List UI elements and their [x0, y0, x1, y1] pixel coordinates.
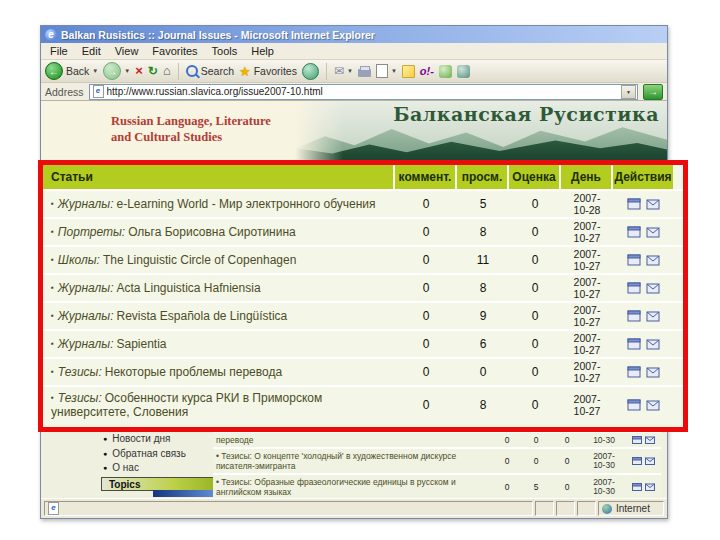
edit-button[interactable]: ▼ [376, 64, 397, 78]
forward-button[interactable]: → ▼ [103, 62, 130, 80]
site-title: Балканская Русистика [393, 103, 659, 125]
email-action-icon[interactable] [646, 254, 660, 266]
views-count: 9 [457, 309, 509, 323]
article-link[interactable]: Ольга Борисовна Сиротинина [128, 225, 296, 239]
open-action-icon[interactable] [627, 198, 641, 210]
address-dropdown-button[interactable]: ▼ [621, 85, 636, 99]
search-button[interactable]: Search [186, 65, 234, 77]
email-action-icon[interactable] [646, 282, 660, 294]
open-action-icon[interactable] [627, 338, 641, 350]
discuss-button[interactable] [402, 65, 415, 78]
stop-button[interactable]: × [135, 64, 143, 78]
forward-icon: → [103, 62, 121, 80]
rating-value: 0 [551, 456, 583, 466]
menu-item-edit[interactable]: Edit [82, 45, 101, 57]
search-icon [186, 65, 198, 77]
email-action-icon[interactable] [646, 399, 660, 411]
article-link[interactable]: Revista Española de Lingüística [116, 309, 287, 323]
email-action-icon[interactable] [646, 310, 660, 322]
actions-cell [613, 366, 673, 378]
menu-item-help[interactable]: Help [251, 45, 274, 57]
back-dropdown-icon: ▼ [92, 68, 98, 74]
edit-icon [376, 64, 388, 78]
email-action-icon[interactable] [646, 338, 660, 350]
open-action-icon[interactable] [627, 399, 641, 411]
status-zone-pane: Internet [598, 501, 664, 516]
sidebar-item-news[interactable]: ● Новости дня [103, 433, 171, 444]
table-row: Тезисы:Некоторые проблемы перевода 0 0 0… [43, 357, 683, 385]
sidebar-item-feedback[interactable]: ● Обратная связь [103, 448, 186, 459]
article-link[interactable]: переводе [213, 435, 493, 445]
menu-item-file[interactable]: File [50, 45, 68, 57]
menu-item-tools[interactable]: Tools [212, 45, 238, 57]
rating-value: 0 [509, 197, 561, 211]
open-action-icon[interactable] [627, 310, 641, 322]
mail-button[interactable]: ✉ ▼ [334, 64, 353, 78]
email-action-icon[interactable] [645, 436, 655, 444]
email-action-icon[interactable] [646, 198, 660, 210]
rating-value: 0 [509, 253, 561, 267]
article-link[interactable]: The Linguistic Circle of Copenhagen [103, 253, 296, 267]
favorites-button[interactable]: ★ Favorites [239, 64, 297, 79]
article-link[interactable]: Некоторые проблемы перевода [105, 365, 282, 379]
sidebar-item-label: О нас [112, 462, 139, 473]
actions-cell [613, 399, 673, 411]
refresh-button[interactable]: ↻ [148, 64, 158, 78]
open-action-icon[interactable] [627, 254, 641, 266]
open-action-icon[interactable] [632, 483, 642, 491]
tagline-line1: Russian Language, Literature [111, 113, 271, 129]
edit-dropdown-icon: ▼ [391, 68, 397, 74]
menu-bar: File Edit View Favorites Tools Help [41, 43, 667, 60]
column-header-rating: Оценка [509, 165, 561, 189]
article-link[interactable]: Sapientia [116, 337, 166, 351]
article-category: Тезисы: [58, 391, 102, 405]
article-link[interactable]: Acta Linguistica Hafniensia [116, 281, 260, 295]
comments-count: 0 [395, 398, 457, 412]
email-action-icon[interactable] [645, 483, 655, 491]
article-link[interactable]: e-Learning World - Мир электронного обуч… [116, 197, 375, 211]
views-count: 0 [457, 365, 509, 379]
actions-cell [613, 198, 673, 210]
open-action-icon[interactable] [627, 282, 641, 294]
actions-cell [613, 310, 673, 322]
print-button[interactable] [358, 69, 371, 77]
actions-cell [613, 226, 673, 238]
email-action-icon[interactable] [646, 226, 660, 238]
status-zone-label: Internet [616, 503, 650, 514]
rating-value: 0 [551, 482, 583, 492]
back-button[interactable]: ← Back ▼ [45, 62, 98, 80]
internet-zone-icon [602, 504, 612, 514]
email-action-icon[interactable] [645, 457, 655, 465]
history-button[interactable] [302, 63, 319, 80]
home-button[interactable]: ⌂ [163, 64, 171, 78]
article-link[interactable]: • Тезисы: О концепте 'холодный' в художе… [213, 451, 493, 471]
messenger-button[interactable] [457, 65, 470, 78]
article-link[interactable]: • Тезисы: Образные фразеологические един… [213, 477, 493, 497]
go-button[interactable]: → [643, 84, 663, 100]
open-action-icon[interactable] [627, 366, 641, 378]
open-action-icon[interactable] [627, 226, 641, 238]
sidebar-item-about[interactable]: ● О нас [103, 462, 139, 473]
email-action-icon[interactable] [646, 366, 660, 378]
open-action-icon[interactable] [632, 457, 642, 465]
ie-logo-icon: e [45, 29, 57, 41]
column-header-articles: Статьи [43, 165, 395, 189]
comments-count: 0 [395, 309, 457, 323]
favorites-star-icon: ★ [239, 64, 251, 79]
open-action-icon[interactable] [632, 436, 642, 444]
actions-cell [625, 457, 661, 465]
table-row: Журналы:e-Learning World - Мир электронн… [43, 189, 683, 217]
rating-value: 0 [509, 225, 561, 239]
address-input[interactable]: e http://www.russian.slavica.org/issue20… [89, 84, 638, 100]
table-row: Портреты:Ольга Борисовна Сиротинина 0 8 … [43, 217, 683, 245]
rating-value: 0 [509, 365, 561, 379]
comments-count: 0 [395, 225, 457, 239]
yahoo-messenger-button[interactable]: o!- [420, 65, 434, 77]
research-button[interactable] [439, 65, 452, 78]
comments-count: 0 [493, 482, 521, 492]
menu-item-favorites[interactable]: Favorites [152, 45, 197, 57]
menu-item-view[interactable]: View [115, 45, 139, 57]
date-cell: 2007-10-27 [561, 220, 613, 244]
address-bar: Address e http://www.russian.slavica.org… [41, 83, 667, 101]
views-count: 8 [457, 225, 509, 239]
